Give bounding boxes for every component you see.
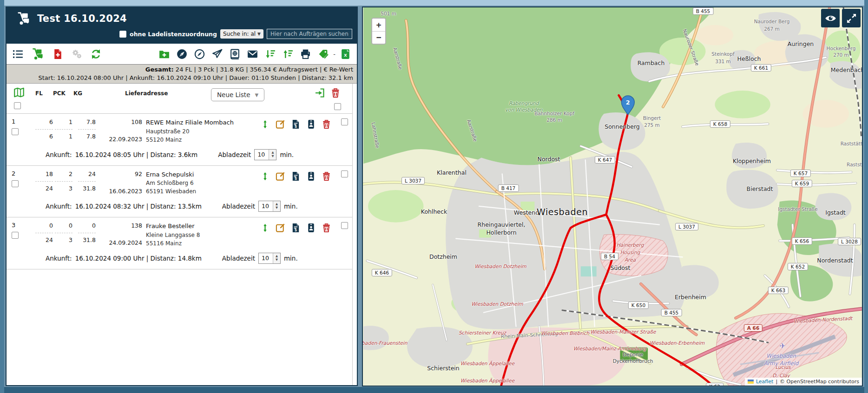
delete-order-button[interactable]: [321, 119, 332, 130]
refresh-button[interactable]: [90, 48, 102, 60]
order-checkbox[interactable]: [12, 180, 19, 187]
zoom-in-button[interactable]: +: [372, 19, 385, 31]
list-view-button[interactable]: [12, 48, 24, 60]
column-header-pck: PCK: [53, 90, 66, 97]
summary-total-label: Gesamt:: [145, 66, 174, 73]
invoice-button[interactable]: [290, 171, 301, 182]
map-zoom-control: + −: [371, 18, 386, 45]
invoice-icon: [290, 119, 301, 130]
edit-order-button[interactable]: [275, 119, 286, 130]
order-right-checkbox[interactable]: [341, 170, 348, 177]
customer-city: 55120 Mainz: [146, 136, 260, 144]
road-badge: L 3037: [401, 177, 425, 184]
fl-total: 6: [49, 133, 53, 140]
load-list-button[interactable]: [31, 48, 45, 60]
customer-street: Hauptstraße 20: [146, 127, 260, 136]
search-input[interactable]: [267, 29, 352, 39]
trash-icon: [321, 171, 332, 182]
contact-button[interactable]: [306, 223, 316, 233]
edit-order-button[interactable]: [275, 223, 286, 233]
delete-order-button[interactable]: [321, 223, 332, 233]
toolbar: -: [7, 44, 357, 64]
road-badge: K 661: [751, 64, 771, 72]
visibility-button[interactable]: [821, 9, 840, 27]
filter-checkbox[interactable]: [119, 31, 126, 38]
invoice-button[interactable]: [290, 223, 301, 233]
order-checkbox[interactable]: [12, 128, 19, 135]
route-compass-button[interactable]: [176, 48, 188, 60]
add-document-button[interactable]: [52, 48, 64, 60]
excel-export-button[interactable]: [340, 48, 351, 60]
window-frame-bottom: [0, 387, 868, 393]
compass-outline-button[interactable]: [194, 48, 205, 60]
order-position: 3: [12, 222, 23, 229]
road-badge: L 3028: [838, 238, 861, 245]
contact-button[interactable]: [306, 119, 316, 130]
leaflet-link[interactable]: Leaflet: [756, 379, 773, 385]
divider: [35, 233, 53, 233]
select-all-right-checkbox[interactable]: [334, 103, 341, 110]
unload-time-stepper[interactable]: 10▲▼: [258, 201, 281, 212]
select-all-checkbox[interactable]: [14, 102, 21, 109]
unload-time-stepper[interactable]: 10▲▼: [258, 253, 281, 264]
divider: [78, 129, 96, 130]
order-position: 1: [12, 118, 23, 125]
map-panel[interactable]: 2 RambachHeßlochAuringenMedenbachKloppen…: [362, 7, 863, 386]
map-icon: [13, 86, 25, 98]
delete-order-button[interactable]: [321, 171, 332, 182]
sort-ascending-button[interactable]: [282, 48, 294, 60]
order-right-checkbox[interactable]: [341, 118, 348, 125]
order-date: 24.09.2024: [109, 239, 142, 246]
map-canvas[interactable]: 2 RambachHeßlochAuringenMedenbachKloppen…: [363, 7, 862, 386]
move-order-button[interactable]: [260, 223, 270, 233]
road-badge: B 417: [498, 184, 519, 192]
unload-unit: min.: [284, 255, 298, 262]
sign-in-icon: [314, 87, 325, 98]
unload-time-value: 10: [259, 253, 273, 263]
customer-city: 55116 Mainz: [146, 239, 260, 248]
edit-icon: [275, 119, 286, 130]
send-route-button[interactable]: [211, 48, 223, 60]
stepper-arrows-icon[interactable]: ▲▼: [273, 253, 280, 263]
contact-button[interactable]: [306, 171, 316, 182]
window-frame-right: [864, 0, 868, 393]
handtruck-icon: [31, 48, 45, 60]
zoom-out-button[interactable]: −: [372, 31, 385, 44]
arrival-label: Ankunft:: [46, 203, 72, 210]
settings-button[interactable]: [71, 48, 83, 60]
email-button[interactable]: [247, 48, 258, 60]
trash-icon: [321, 223, 332, 233]
invoice-button[interactable]: [290, 119, 301, 130]
road-badge: B 455: [693, 7, 714, 15]
target-list-select[interactable]: Neue Liste ▼: [211, 88, 264, 101]
delete-selected-button[interactable]: [330, 87, 341, 98]
add-folder-button[interactable]: [158, 48, 170, 60]
pck-total: 1: [69, 133, 72, 140]
print-button[interactable]: [300, 48, 311, 60]
labels-button[interactable]: [317, 48, 329, 60]
column-header-kg: KG: [73, 90, 82, 97]
sort-descending-button[interactable]: [264, 48, 276, 60]
arrival-value: 16.10.2024 08:32 Uhr | Distanz: 13.5km: [75, 203, 202, 210]
road-badge: K 656: [792, 237, 812, 245]
order-right-checkbox[interactable]: [341, 222, 348, 229]
fullscreen-button[interactable]: [842, 9, 861, 27]
move-order-button[interactable]: [260, 171, 270, 182]
road-badge: K 657: [790, 170, 811, 177]
arrival-value: 16.10.2024 09:00 Uhr | Distanz: 14.8km: [75, 255, 202, 262]
tour-summary: Gesamt: 24 FL | 3 Pck | 31.8 KG | 356.34…: [7, 64, 357, 84]
map-attribution: Leaflet | © OpenStreetMap contributors: [745, 378, 862, 386]
search-scope-select[interactable]: Suche in: al ▼: [220, 29, 263, 39]
unload-time-stepper[interactable]: 10▲▼: [254, 149, 276, 160]
eye-icon: [824, 12, 837, 25]
stepper-arrows-icon[interactable]: ▲▼: [269, 150, 276, 160]
order-date: 22.09.2023: [109, 136, 142, 143]
move-order-button[interactable]: [260, 119, 270, 130]
move-to-list-button[interactable]: [314, 87, 325, 98]
order-checkbox[interactable]: [12, 232, 19, 239]
edit-order-button[interactable]: [275, 171, 286, 182]
atlas-button[interactable]: [229, 48, 241, 60]
road-badge: K 63: [706, 383, 723, 386]
stepper-arrows-icon[interactable]: ▲▼: [273, 201, 280, 211]
refresh-icon: [90, 48, 102, 60]
